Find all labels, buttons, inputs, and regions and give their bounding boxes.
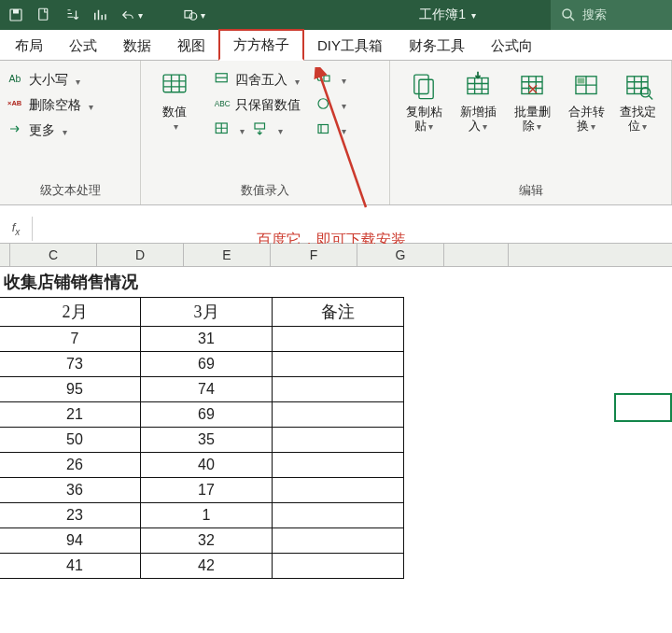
sort-icon[interactable] bbox=[63, 7, 80, 23]
cell[interactable] bbox=[273, 554, 404, 579]
selection-box bbox=[614, 393, 672, 422]
sheet-title: 收集店铺销售情况 bbox=[0, 271, 138, 293]
svg-rect-2 bbox=[39, 8, 48, 20]
table-row[interactable]: 5035 bbox=[0, 428, 672, 453]
cell[interactable]: 35 bbox=[141, 428, 273, 453]
table-row[interactable]: 231 bbox=[0, 503, 672, 528]
table-row[interactable]: 4142 bbox=[0, 554, 672, 579]
svg-text:×AB: ×AB bbox=[7, 99, 22, 107]
table-row[interactable]: 7369 bbox=[0, 352, 672, 377]
header-cell[interactable]: 2月 bbox=[9, 297, 141, 327]
cell[interactable] bbox=[273, 402, 404, 428]
header-cell[interactable]: 3月 bbox=[141, 297, 273, 327]
misc-numeric-buttons[interactable] bbox=[214, 120, 301, 140]
text-group-label: 级文本处理 bbox=[7, 178, 133, 204]
shape-ref-button[interactable] bbox=[315, 120, 346, 140]
merge-icon bbox=[570, 70, 602, 102]
table-row[interactable]: 2169 bbox=[0, 402, 672, 428]
table-row[interactable]: 9432 bbox=[0, 528, 672, 554]
svg-rect-20 bbox=[522, 77, 542, 94]
col-header[interactable] bbox=[444, 244, 509, 266]
cell[interactable] bbox=[273, 352, 404, 377]
cell[interactable] bbox=[273, 327, 404, 352]
shape-dropdown-icon[interactable]: ▾ bbox=[182, 7, 205, 23]
table-row[interactable]: 2640 bbox=[0, 453, 672, 478]
insert-below-icon bbox=[252, 120, 269, 140]
cell[interactable]: 31 bbox=[141, 327, 273, 352]
cell[interactable]: 41 bbox=[9, 554, 141, 579]
table-row[interactable]: 9574 bbox=[0, 377, 672, 402]
cell[interactable] bbox=[273, 478, 404, 503]
cell[interactable] bbox=[273, 428, 404, 453]
cell[interactable] bbox=[273, 453, 404, 478]
formula-input[interactable]: 百度它，即可下载安装 bbox=[33, 227, 672, 231]
cell[interactable]: 50 bbox=[9, 428, 141, 453]
cell[interactable]: 94 bbox=[9, 528, 141, 554]
cell[interactable] bbox=[273, 528, 404, 554]
cell[interactable]: 23 bbox=[9, 503, 141, 528]
spreadsheet[interactable]: C D E F G 收集店铺销售情况 2月 3月 备注 731736995742… bbox=[0, 244, 672, 579]
tab-2[interactable]: 数据 bbox=[110, 32, 164, 60]
delete-spaces-button[interactable]: ×AB 删除空格 bbox=[7, 95, 93, 115]
cell[interactable]: 1 bbox=[141, 503, 273, 528]
chart-icon[interactable] bbox=[91, 7, 108, 23]
cell[interactable]: 95 bbox=[9, 377, 141, 402]
cell[interactable]: 21 bbox=[9, 402, 141, 428]
svg-rect-23 bbox=[627, 77, 648, 94]
find-locate-button[interactable]: 查找定位 bbox=[614, 66, 661, 178]
round-button[interactable]: 四舍五入 bbox=[214, 70, 301, 90]
cell[interactable]: 73 bbox=[9, 352, 141, 377]
col-header[interactable]: C bbox=[10, 244, 97, 266]
cell[interactable]: 17 bbox=[141, 478, 273, 503]
case-icon: Ab bbox=[7, 70, 24, 90]
table-header-row: 2月 3月 备注 bbox=[0, 297, 672, 327]
new-icon[interactable] bbox=[35, 7, 52, 23]
merge-convert-button[interactable]: 合并转换 bbox=[560, 66, 612, 178]
col-header[interactable]: F bbox=[271, 244, 357, 266]
shape-rect-button[interactable] bbox=[315, 70, 346, 90]
keep-numeric-button[interactable]: ABC 只保留数值 bbox=[214, 95, 301, 115]
tab-3[interactable]: 视图 bbox=[164, 32, 218, 60]
search-box[interactable]: 搜索 bbox=[551, 0, 672, 30]
copy-paste-button[interactable]: 复制粘贴 bbox=[398, 66, 450, 178]
svg-rect-18 bbox=[419, 79, 433, 98]
save-icon[interactable] bbox=[7, 7, 24, 23]
svg-rect-16 bbox=[318, 125, 329, 134]
cell[interactable]: 69 bbox=[141, 352, 273, 377]
header-cell[interactable]: 备注 bbox=[273, 297, 404, 327]
more-text-button[interactable]: 更多 bbox=[7, 120, 93, 140]
cell[interactable]: 40 bbox=[141, 453, 273, 478]
cell[interactable]: 42 bbox=[141, 554, 273, 579]
svg-point-13 bbox=[317, 77, 322, 81]
svg-rect-14 bbox=[324, 76, 329, 81]
table-row[interactable]: 731 bbox=[0, 327, 672, 352]
cell[interactable]: 36 bbox=[9, 478, 141, 503]
cell[interactable] bbox=[273, 503, 404, 528]
undo-icon[interactable]: ▾ bbox=[119, 7, 143, 23]
insert-button[interactable]: 新增插入 bbox=[452, 66, 504, 178]
insert-icon bbox=[462, 70, 494, 102]
shape-circle-button[interactable] bbox=[315, 95, 346, 115]
tab-1[interactable]: 公式 bbox=[56, 32, 110, 60]
col-header[interactable]: D bbox=[97, 244, 184, 266]
cell[interactable]: 74 bbox=[141, 377, 273, 402]
svg-rect-8 bbox=[163, 75, 186, 92]
column-headers[interactable]: C D E F G bbox=[0, 244, 672, 267]
delete-spaces-icon: ×AB bbox=[7, 95, 24, 115]
cell[interactable] bbox=[273, 377, 404, 402]
cell[interactable]: 69 bbox=[141, 402, 273, 428]
tab-7[interactable]: 公式向 bbox=[478, 32, 546, 60]
col-header[interactable]: E bbox=[184, 244, 271, 266]
cell[interactable]: 26 bbox=[9, 453, 141, 478]
cell[interactable]: 7 bbox=[9, 327, 141, 352]
tab-4[interactable]: 方方格子 bbox=[218, 29, 304, 61]
col-header[interactable]: G bbox=[357, 244, 444, 266]
case-button[interactable]: Ab 大小写 bbox=[7, 70, 93, 90]
numeric-button[interactable]: 数值 bbox=[148, 66, 201, 178]
cell[interactable]: 32 bbox=[141, 528, 273, 554]
tab-5[interactable]: DIY工具箱 bbox=[304, 32, 396, 60]
batch-delete-button[interactable]: 批量删除 bbox=[506, 66, 558, 178]
tab-0[interactable]: 布局 bbox=[2, 32, 56, 60]
table-row[interactable]: 3617 bbox=[0, 478, 672, 503]
tab-6[interactable]: 财务工具 bbox=[396, 32, 478, 60]
